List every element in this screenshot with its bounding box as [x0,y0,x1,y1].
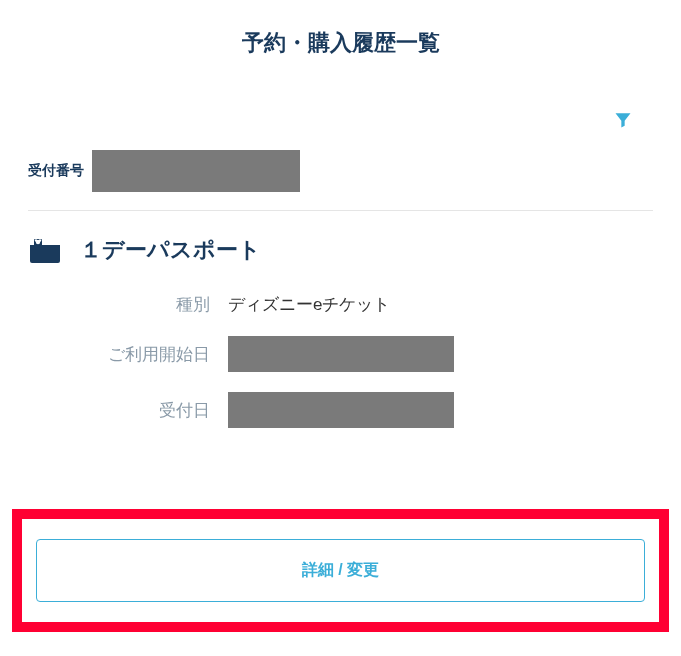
highlight-box: 詳細 / 変更 [12,509,669,632]
ticket-type-value: ディズニーeチケット [228,293,390,316]
page-title: 予約・購入履歴一覧 [0,0,681,82]
filter-icon[interactable] [613,110,633,130]
receipt-number-label: 受付番号 [28,162,84,180]
ticket-icon [28,237,62,263]
ticket-title: １デーパスポート [80,235,261,265]
start-date-value [228,336,454,372]
receipt-number-row: 受付番号 [28,138,653,211]
detail-change-button[interactable]: 詳細 / 変更 [36,539,645,602]
receipt-date-row: 受付日 [28,382,653,438]
receipt-date-label: 受付日 [28,399,228,422]
svg-point-3 [39,239,41,241]
ticket-header: １デーパスポート [28,211,653,283]
start-date-row: ご利用開始日 [28,326,653,382]
receipt-date-value [228,392,454,428]
ticket-type-label: 種別 [28,293,228,316]
start-date-label: ご利用開始日 [28,343,228,366]
receipt-number-value [92,150,300,192]
ticket-type-row: 種別 ディズニーeチケット [28,283,653,326]
svg-point-2 [35,239,37,241]
